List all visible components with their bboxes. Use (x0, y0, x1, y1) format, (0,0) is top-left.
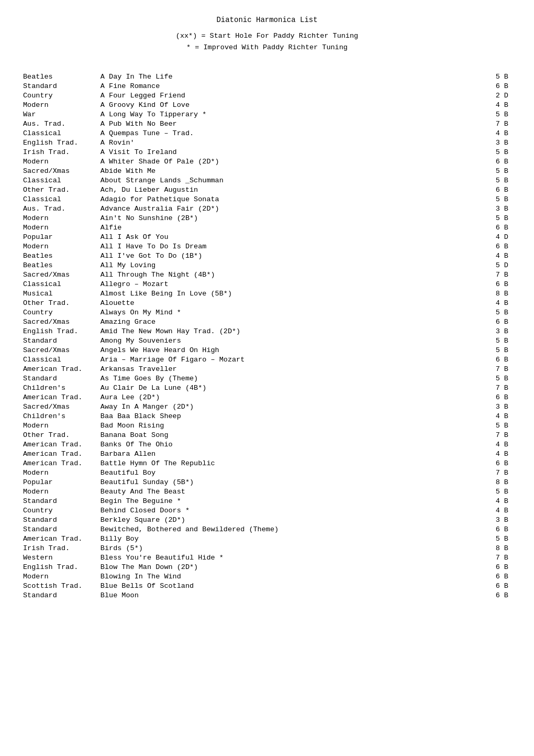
song-title: Begin The Beguine * (98, 496, 485, 506)
song-title: Alfie (98, 223, 485, 232)
song-key: B (502, 213, 513, 223)
song-title: Banks Of The Ohio (98, 440, 485, 449)
table-row: Sacred/XmasAmazing Grace6B (21, 317, 513, 326)
song-title: Arkansas Traveller (98, 364, 485, 374)
song-title: Ain't No Sunshine (2B*) (98, 213, 485, 223)
song-genre: Modern (21, 421, 98, 430)
song-title: Au Clair De La Lune (4B*) (98, 383, 485, 392)
song-title: Aura Lee (2D*) (98, 392, 485, 402)
song-genre: Standard (21, 81, 98, 91)
song-title: Baa Baa Black Sheep (98, 411, 485, 421)
song-key: D (502, 260, 513, 270)
table-row: Aus. Trad.A Pub With No Beer7B (21, 119, 513, 128)
song-title: All I Ask Of You (98, 232, 485, 242)
song-title: Barbara Allen (98, 449, 485, 458)
song-number: 4 (485, 506, 502, 515)
song-genre: Standard (21, 524, 98, 534)
song-number: 5 (485, 260, 502, 270)
song-genre: Classical (21, 176, 98, 185)
song-key: B (502, 289, 513, 298)
song-genre: Standard (21, 590, 98, 600)
song-key: B (502, 402, 513, 411)
song-title: As Time Goes By (Theme) (98, 374, 485, 383)
song-title: Aria – Marriage Of Figaro – Mozart (98, 355, 485, 364)
song-genre: Popular (21, 477, 98, 487)
subtitle: (xx*) = Start Hole For Paddy Richter Tun… (21, 30, 513, 53)
song-number: 4 (485, 100, 502, 109)
table-row: American Trad.Battle Hymn Of The Republi… (21, 458, 513, 468)
song-title: Beautiful Boy (98, 468, 485, 477)
song-key: B (502, 440, 513, 449)
table-row: Other Trad.Alouette4B (21, 298, 513, 308)
song-number: 4 (485, 298, 502, 308)
song-title: Beauty And The Beast (98, 487, 485, 496)
song-title: A Rovin' (98, 138, 485, 147)
song-key: B (502, 166, 513, 176)
song-title: Alouette (98, 298, 485, 308)
table-row: English Trad.Blow The Man Down (2D*)6B (21, 562, 513, 572)
song-key: B (502, 279, 513, 289)
song-title: Ach, Du Lieber Augustin (98, 185, 485, 194)
table-row: Children'sAu Clair De La Lune (4B*)7B (21, 383, 513, 392)
song-title: Blue Moon (98, 590, 485, 600)
table-row: ClassicalAria – Marriage Of Figaro – Moz… (21, 355, 513, 364)
song-number: 5 (485, 345, 502, 355)
song-title: Blow The Man Down (2D*) (98, 562, 485, 572)
song-key: B (502, 374, 513, 383)
table-row: ModernAll I Have To Do Is Dream6B (21, 242, 513, 251)
subtitle-line2: * = Improved With Paddy Richter Tuning (186, 43, 348, 51)
song-number: 6 (485, 242, 502, 251)
song-genre: Country (21, 308, 98, 317)
song-number: 5 (485, 534, 502, 543)
table-row: Other Trad.Ach, Du Lieber Augustin6B (21, 185, 513, 194)
song-number: 5 (485, 308, 502, 317)
song-key: B (502, 242, 513, 251)
table-row: Irish Trad.A Visit To Ireland5B (21, 147, 513, 157)
table-row: StandardBerkley Square (2D*)3B (21, 515, 513, 524)
song-key: B (502, 157, 513, 166)
song-key: B (502, 100, 513, 109)
song-genre: Beatles (21, 260, 98, 270)
song-number: 5 (485, 109, 502, 119)
song-key: B (502, 128, 513, 138)
song-key: B (502, 223, 513, 232)
song-genre: Children's (21, 383, 98, 392)
song-key: B (502, 430, 513, 440)
song-number: 4 (485, 232, 502, 242)
table-row: StandardBegin The Beguine *4B (21, 496, 513, 506)
song-title: Always On My Mind * (98, 308, 485, 317)
song-genre: Sacred/Xmas (21, 317, 98, 326)
song-title: Among My Souveniers (98, 336, 485, 345)
song-number: 5 (485, 336, 502, 345)
song-key: B (502, 204, 513, 213)
table-row: English Trad.Amid The New Mown Hay Trad.… (21, 326, 513, 336)
song-genre: Modern (21, 242, 98, 251)
song-key: B (502, 270, 513, 279)
song-key: B (502, 119, 513, 128)
song-key: B (502, 553, 513, 562)
table-row: CountryAlways On My Mind *5B (21, 308, 513, 317)
song-title: A Fine Romance (98, 81, 485, 91)
song-genre: American Trad. (21, 458, 98, 468)
song-key: B (502, 326, 513, 336)
song-key: B (502, 562, 513, 572)
song-title: A Four Legged Friend (98, 91, 485, 100)
table-row: Scottish Trad.Blue Bells Of Scotland6B (21, 581, 513, 590)
song-number: 7 (485, 119, 502, 128)
song-key: B (502, 109, 513, 119)
song-number: 4 (485, 128, 502, 138)
song-title: Blowing In The Wind (98, 572, 485, 581)
song-genre: Other Trad. (21, 185, 98, 194)
song-key: B (502, 411, 513, 421)
song-genre: Irish Trad. (21, 147, 98, 157)
song-title: Amazing Grace (98, 317, 485, 326)
page-title: Diatonic Harmonica List (21, 16, 513, 24)
song-title: All My Loving (98, 260, 485, 270)
song-title: Billy Boy (98, 534, 485, 543)
song-number: 4 (485, 440, 502, 449)
song-genre: Sacred/Xmas (21, 402, 98, 411)
song-number: 7 (485, 270, 502, 279)
table-row: ClassicalA Quempas Tune – Trad.4B (21, 128, 513, 138)
song-number: 3 (485, 138, 502, 147)
song-key: B (502, 364, 513, 374)
